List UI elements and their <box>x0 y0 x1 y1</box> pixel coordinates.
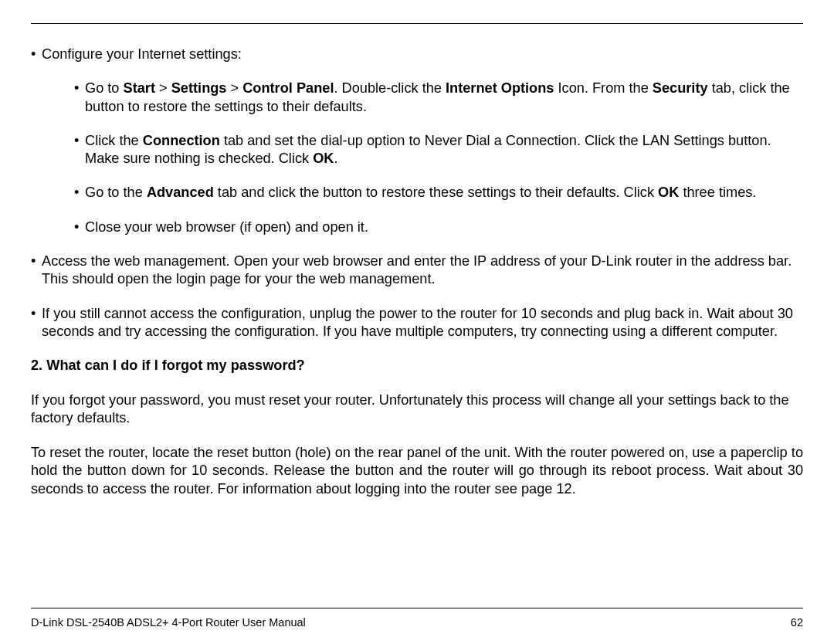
bold-settings: Settings <box>171 80 227 96</box>
bullet-dot-icon: • <box>74 80 85 116</box>
footer-page-number: 62 <box>791 616 803 629</box>
sub-bullet-close-browser: • Close your web browser (if open) and o… <box>74 219 803 236</box>
sub-bullet-start-settings: • Go to Start > Settings > Control Panel… <box>74 80 803 116</box>
faq-q2-paragraph-1: If you forgot your password, you must re… <box>31 391 803 428</box>
text-fragment: Click the <box>85 133 143 148</box>
sub-bullet-connection-tab-text: Click the Connection tab and set the dia… <box>85 132 803 168</box>
text-fragment: Go to <box>85 80 124 96</box>
bullet-access-web-mgmt-text: Access the web management. Open your web… <box>42 253 803 289</box>
bullet-configure-internet: • Configure your Internet settings: <box>31 46 803 63</box>
bold-start: Start <box>124 80 155 96</box>
bullet-dot-icon: • <box>31 253 42 289</box>
bold-advanced: Advanced <box>147 185 214 200</box>
manual-page: • Configure your Internet settings: • Go… <box>0 0 834 644</box>
sub-bullet-connection-tab: • Click the Connection tab and set the d… <box>74 132 803 168</box>
bullet-dot-icon: • <box>74 132 85 168</box>
page-content: • Configure your Internet settings: • Go… <box>31 46 803 602</box>
bold-security: Security <box>653 80 708 96</box>
text-fragment: Icon. From the <box>554 80 652 96</box>
text-fragment: . Double-click the <box>334 80 446 96</box>
sub-bullet-close-browser-text: Close your web browser (if open) and ope… <box>85 219 803 236</box>
page-footer: D-Link DSL-2540B ADSL2+ 4-Port Router Us… <box>31 608 803 644</box>
bullet-access-web-mgmt: • Access the web management. Open your w… <box>31 253 803 289</box>
bold-ok: OK <box>658 185 679 200</box>
bullet-dot-icon: • <box>31 305 42 341</box>
text-fragment: three times. <box>679 185 756 200</box>
bold-connection: Connection <box>143 133 220 148</box>
bullet-dot-icon: • <box>31 46 42 63</box>
bullet-still-cannot-access-text: If you still cannot access the configura… <box>42 305 803 341</box>
bold-ok: OK <box>313 151 334 166</box>
bold-internet-options: Internet Options <box>446 80 554 96</box>
bullet-dot-icon: • <box>74 184 85 202</box>
bullet-still-cannot-access: • If you still cannot access the configu… <box>31 305 803 341</box>
footer-manual-title: D-Link DSL-2540B ADSL2+ 4-Port Router Us… <box>31 616 306 629</box>
text-fragment: . <box>334 151 337 166</box>
footer-area: D-Link DSL-2540B ADSL2+ 4-Port Router Us… <box>31 602 803 644</box>
text-fragment: > <box>155 80 171 96</box>
text-fragment: Go to the <box>85 185 147 200</box>
bullet-dot-icon: • <box>74 219 85 236</box>
text-fragment: > <box>226 80 242 96</box>
text-fragment: tab and click the button to restore thes… <box>214 185 658 200</box>
bullet-configure-internet-text: Configure your Internet settings: <box>42 46 803 63</box>
bold-control-panel: Control Panel <box>242 80 334 96</box>
sub-bullet-advanced-tab: • Go to the Advanced tab and click the b… <box>74 184 803 202</box>
faq-q2-paragraph-2: To reset the router, locate the reset bu… <box>31 444 803 498</box>
configure-internet-sub-list: • Go to Start > Settings > Control Panel… <box>74 80 803 236</box>
top-horizontal-rule <box>31 23 803 24</box>
sub-bullet-start-settings-text: Go to Start > Settings > Control Panel. … <box>85 80 803 116</box>
faq-question-2-heading: 2. What can I do if I forgot my password… <box>31 357 803 375</box>
sub-bullet-advanced-tab-text: Go to the Advanced tab and click the but… <box>85 184 803 202</box>
